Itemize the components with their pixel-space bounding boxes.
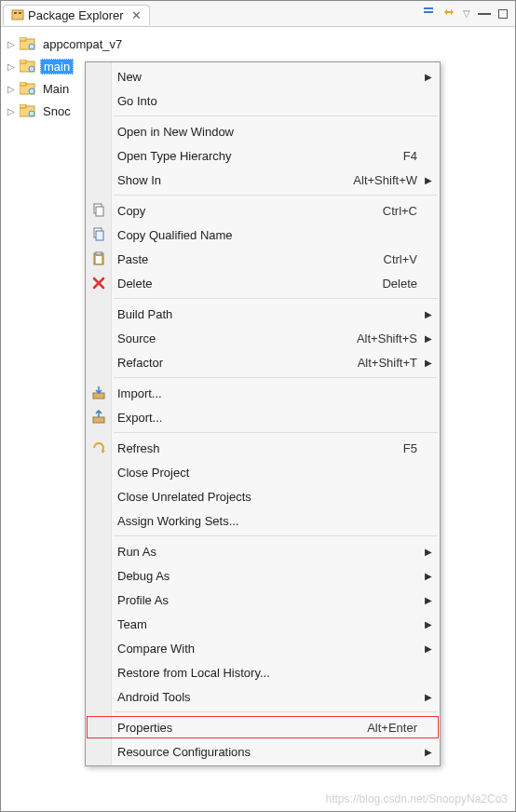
menu-item-export[interactable]: Export... [86, 405, 440, 429]
tree-item-label: appcompat_v7 [40, 37, 125, 51]
menu-item-label: Refresh [117, 441, 396, 455]
menu-item-refresh[interactable]: RefreshF5 [86, 436, 440, 460]
minimize-icon[interactable] [478, 13, 491, 15]
menu-item-delete[interactable]: DeleteDelete [86, 271, 440, 295]
menu-item-label: Go Into [117, 94, 417, 108]
menu-item-run-as[interactable]: Run As▶ [86, 539, 440, 563]
package-explorer-tab[interactable]: Package Explorer ✕ [3, 5, 150, 25]
menu-item-profile-as[interactable]: Profile As▶ [86, 588, 440, 612]
menu-item-label: Close Project [117, 466, 417, 480]
menu-separator [114, 298, 438, 299]
project-folder-icon [20, 82, 36, 95]
menu-item-label: Build Path [117, 307, 417, 321]
svg-point-7 [29, 44, 34, 49]
copy-qualified-icon [90, 226, 107, 243]
view-header: Package Explorer ✕ ▽ [1, 1, 515, 27]
menu-separator [114, 377, 438, 378]
context-menu: New▶Go IntoOpen in New WindowOpen Type H… [85, 61, 441, 766]
menu-separator [114, 115, 438, 116]
svg-rect-3 [424, 7, 433, 9]
submenu-arrow-icon: ▶ [425, 547, 432, 557]
submenu-arrow-icon: ▶ [425, 72, 432, 82]
menu-item-label: Team [117, 617, 417, 631]
menu-item-debug-as[interactable]: Debug As▶ [86, 563, 440, 588]
menu-item-label: Export... [117, 411, 417, 425]
menu-item-label: Assign Working Sets... [117, 514, 417, 528]
expand-arrow-icon[interactable]: ▷ [7, 39, 16, 49]
menu-item-go-into[interactable]: Go Into [86, 88, 440, 113]
menu-item-shortcut: F4 [403, 149, 417, 163]
view-menu-icon[interactable]: ▽ [463, 8, 470, 19]
menu-item-close-unrelated-projects[interactable]: Close Unrelated Projects [86, 484, 440, 508]
menu-item-label: Close Unrelated Projects [117, 490, 417, 504]
svg-rect-6 [20, 37, 26, 41]
project-folder-icon [20, 37, 36, 50]
menu-item-label: Copy Qualified Name [117, 228, 417, 242]
menu-item-shortcut: Alt+Shift+T [358, 356, 417, 370]
menu-item-new[interactable]: New▶ [86, 64, 440, 88]
svg-point-16 [29, 111, 34, 116]
menu-item-shortcut: F5 [403, 441, 417, 455]
menu-item-refactor[interactable]: RefactorAlt+Shift+T▶ [86, 350, 440, 374]
link-with-editor-icon[interactable] [442, 6, 455, 21]
menu-item-restore-from-local-history[interactable]: Restore from Local History... [86, 660, 440, 684]
menu-item-label: Copy [117, 204, 375, 218]
delete-icon [90, 275, 107, 291]
menu-item-label: Open Type Hierarchy [117, 149, 396, 163]
maximize-icon[interactable] [498, 9, 508, 19]
menu-item-shortcut: Alt+Shift+W [353, 173, 417, 187]
menu-item-properties[interactable]: PropertiesAlt+Enter [86, 715, 440, 739]
menu-item-label: Refactor [117, 356, 350, 370]
menu-item-resource-configurations[interactable]: Resource Configurations▶ [86, 739, 440, 764]
package-explorer-title: Package Explorer [28, 8, 124, 22]
submenu-arrow-icon: ▶ [425, 309, 432, 319]
svg-point-10 [29, 66, 34, 72]
menu-item-import[interactable]: Import... [86, 381, 440, 405]
menu-item-copy-qualified-name[interactable]: Copy Qualified Name [86, 223, 440, 247]
menu-item-label: Compare With [117, 642, 417, 656]
package-explorer-icon [11, 8, 24, 21]
svg-rect-22 [96, 251, 102, 255]
svg-rect-1 [14, 12, 17, 14]
project-folder-icon [20, 60, 36, 73]
menu-item-label: New [117, 70, 417, 84]
menu-item-label: Open in New Window [117, 125, 417, 139]
menu-item-open-type-hierarchy[interactable]: Open Type HierarchyF4 [86, 143, 440, 168]
menu-item-assign-working-sets[interactable]: Assign Working Sets... [86, 508, 440, 533]
svg-rect-9 [20, 60, 26, 63]
menu-item-shortcut: Alt+Enter [367, 721, 417, 735]
import-icon [90, 385, 107, 401]
menu-item-copy[interactable]: CopyCtrl+C [86, 198, 440, 223]
menu-item-label: Run As [117, 545, 417, 559]
menu-item-paste[interactable]: PasteCtrl+V [86, 247, 440, 271]
expand-arrow-icon[interactable]: ▷ [7, 84, 16, 94]
tree-item-appcompat[interactable]: ▷ appcompat_v7 [5, 33, 511, 55]
submenu-arrow-icon: ▶ [425, 333, 432, 344]
svg-rect-4 [424, 11, 433, 13]
submenu-arrow-icon: ▶ [425, 595, 432, 605]
menu-item-team[interactable]: Team▶ [86, 612, 440, 636]
menu-item-shortcut: Delete [382, 277, 417, 291]
menu-item-open-in-new-window[interactable]: Open in New Window [86, 119, 440, 143]
menu-item-compare-with[interactable]: Compare With▶ [86, 636, 440, 660]
menu-item-label: Debug As [117, 569, 417, 583]
watermark: https://blog.csdn.net/SnoopyNa2Co3 [326, 792, 508, 805]
close-tab-icon[interactable]: ✕ [131, 8, 142, 22]
tree-item-label: Snoc [40, 104, 74, 118]
paste-icon [90, 250, 107, 267]
menu-item-android-tools[interactable]: Android Tools▶ [86, 684, 440, 709]
expand-arrow-icon[interactable]: ▷ [7, 106, 16, 116]
menu-item-label: Restore from Local History... [117, 666, 417, 680]
menu-item-label: Show In [117, 173, 346, 187]
submenu-arrow-icon: ▶ [425, 175, 432, 185]
submenu-arrow-icon: ▶ [425, 692, 432, 702]
refresh-icon [90, 440, 107, 456]
svg-rect-0 [12, 10, 23, 20]
collapse-all-icon[interactable] [422, 6, 435, 21]
expand-arrow-icon[interactable]: ▷ [7, 61, 16, 72]
submenu-arrow-icon: ▶ [425, 358, 432, 368]
menu-item-source[interactable]: SourceAlt+Shift+S▶ [86, 326, 440, 350]
menu-item-build-path[interactable]: Build Path▶ [86, 302, 440, 326]
menu-item-show-in[interactable]: Show InAlt+Shift+W▶ [86, 168, 440, 192]
menu-item-close-project[interactable]: Close Project [86, 460, 440, 484]
